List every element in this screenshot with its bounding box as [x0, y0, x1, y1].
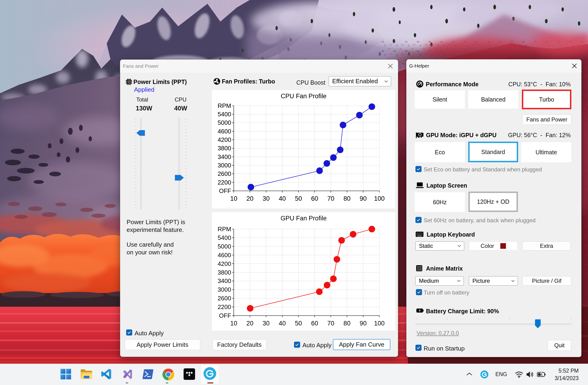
svg-text:100: 100	[374, 320, 384, 327]
svg-text:20: 20	[246, 195, 253, 202]
svg-text:80: 80	[343, 320, 351, 327]
svg-text:5000: 5000	[218, 243, 231, 250]
svg-text:30: 30	[263, 320, 270, 327]
svg-text:2200: 2200	[218, 179, 231, 186]
svg-text:70: 70	[327, 195, 334, 202]
svg-text:4600: 4600	[218, 252, 231, 259]
svg-text:4200: 4200	[218, 136, 231, 143]
svg-text:10: 10	[230, 195, 237, 202]
svg-text:2200: 2200	[218, 303, 231, 310]
svg-text:OFF: OFF	[219, 312, 231, 319]
svg-text:OFF: OFF	[219, 187, 231, 194]
svg-text:60: 60	[311, 320, 318, 327]
svg-text:3800: 3800	[218, 269, 231, 276]
svg-text:100: 100	[374, 195, 384, 202]
svg-text:50: 50	[295, 195, 302, 202]
svg-text:RPM: RPM	[218, 226, 231, 233]
svg-text:3400: 3400	[218, 153, 231, 160]
svg-text:70: 70	[327, 320, 334, 327]
svg-text:RPM: RPM	[218, 102, 231, 109]
svg-text:CPU Fan Profile: CPU Fan Profile	[281, 93, 326, 100]
svg-text:4200: 4200	[218, 260, 231, 267]
svg-text:5400: 5400	[218, 111, 231, 118]
svg-text:10: 10	[230, 320, 237, 327]
svg-text:5400: 5400	[218, 234, 231, 241]
svg-text:60: 60	[311, 195, 318, 202]
svg-text:40: 40	[279, 320, 286, 327]
svg-text:80: 80	[343, 195, 351, 202]
svg-text:20: 20	[246, 320, 253, 327]
svg-text:30: 30	[263, 195, 270, 202]
svg-text:50: 50	[295, 320, 302, 327]
svg-text:3400: 3400	[218, 277, 231, 284]
svg-text:GPU Fan Profile: GPU Fan Profile	[281, 215, 327, 222]
svg-text:40: 40	[279, 195, 286, 202]
svg-text:2600: 2600	[218, 170, 231, 177]
svg-text:5000: 5000	[218, 119, 231, 126]
svg-text:3000: 3000	[218, 286, 231, 293]
svg-text:3000: 3000	[218, 162, 231, 169]
svg-text:3800: 3800	[218, 145, 231, 152]
svg-text:90: 90	[360, 195, 367, 202]
svg-text:2600: 2600	[218, 295, 231, 302]
svg-text:4600: 4600	[218, 128, 231, 135]
svg-text:90: 90	[360, 320, 367, 327]
